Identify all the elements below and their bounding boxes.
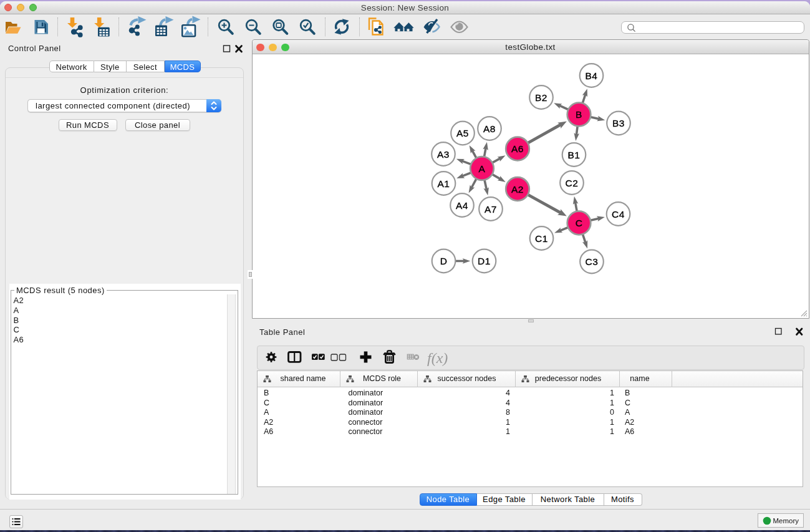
svg-text:A1: A1 — [437, 178, 450, 189]
svg-text:B4: B4 — [585, 70, 597, 81]
svg-text:C: C — [575, 218, 582, 228]
svg-text:D1: D1 — [478, 256, 491, 266]
svg-text:B2: B2 — [535, 92, 547, 103]
svg-text:A3: A3 — [437, 149, 450, 160]
svg-text:B: B — [576, 109, 582, 120]
svg-text:B1: B1 — [567, 150, 580, 160]
svg-text:B3: B3 — [612, 118, 625, 128]
svg-text:A: A — [478, 163, 485, 174]
svg-text:A8: A8 — [483, 123, 496, 134]
svg-text:D: D — [440, 256, 447, 266]
svg-text:f(x): f(x) — [427, 350, 448, 366]
svg-text:A2: A2 — [511, 184, 524, 195]
svg-text:A7: A7 — [485, 204, 497, 215]
svg-text:A6: A6 — [511, 143, 524, 154]
svg-text:C2: C2 — [565, 178, 578, 188]
svg-text:A5: A5 — [456, 128, 469, 138]
svg-text:C4: C4 — [612, 209, 625, 220]
svg-text:A4: A4 — [456, 200, 468, 211]
svg-text:C3: C3 — [585, 256, 598, 267]
svg-text:C1: C1 — [535, 233, 548, 244]
